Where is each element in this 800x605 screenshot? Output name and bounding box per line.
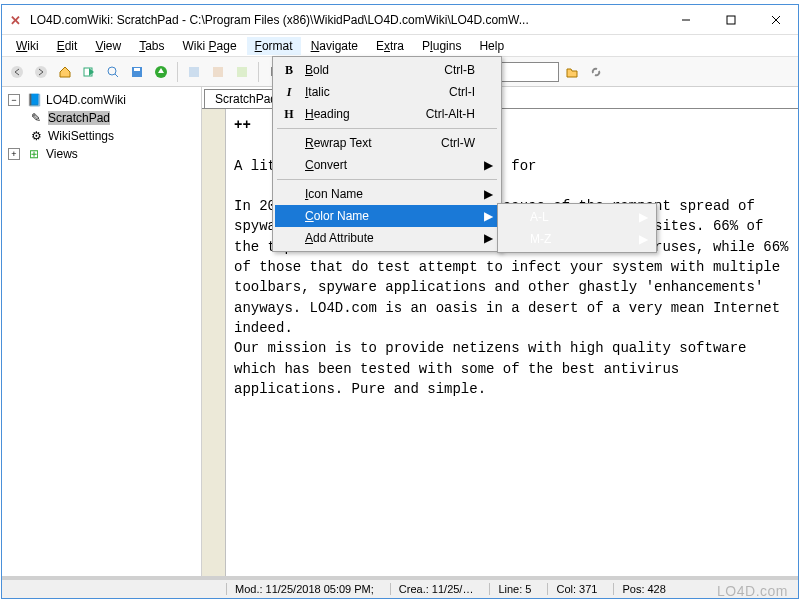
separator (258, 62, 259, 82)
up-button[interactable] (150, 61, 172, 83)
svg-point-4 (11, 66, 23, 78)
format-bold[interactable]: B Bold Ctrl-B (275, 59, 499, 81)
menu-help[interactable]: Help (471, 37, 512, 55)
format-add-attribute[interactable]: Add Attribute ▶ (275, 227, 499, 249)
save-button[interactable] (126, 61, 148, 83)
menu-extra[interactable]: Extra (368, 37, 412, 55)
menu-navigate[interactable]: Navigate (303, 37, 366, 55)
tool-c[interactable] (231, 61, 253, 83)
tree-root[interactable]: − 📘 LO4D.comWiki (6, 91, 197, 109)
folder-button[interactable] (561, 61, 583, 83)
heading-icon: H (279, 107, 299, 122)
gutter (202, 109, 226, 576)
app-window: ✕ LO4D.comWiki: ScratchPad - C:\Program … (1, 4, 799, 599)
pencil-icon: ✎ (28, 110, 44, 126)
maximize-button[interactable] (708, 5, 753, 34)
svg-point-7 (108, 67, 116, 75)
format-italic[interactable]: I Italic Ctrl-I (275, 81, 499, 103)
menubar: Wiki Edit View Tabs Wiki Page Format Nav… (2, 35, 798, 57)
format-heading[interactable]: H Heading Ctrl-Alt-H (275, 103, 499, 125)
format-convert[interactable]: Convert ▶ (275, 154, 499, 176)
back-button[interactable] (6, 61, 28, 83)
color-al[interactable]: A-L ▶ (500, 206, 654, 228)
chevron-right-icon: ▶ (639, 232, 648, 246)
tree-view[interactable]: − 📘 LO4D.comWiki ✎ ScratchPad ⚙ WikiSett… (2, 87, 202, 576)
chevron-right-icon: ▶ (484, 187, 493, 201)
titlebar: ✕ LO4D.comWiki: ScratchPad - C:\Program … (2, 5, 798, 35)
svg-line-8 (115, 74, 118, 77)
window-controls (663, 5, 798, 34)
color-mz[interactable]: M-Z ▶ (500, 228, 654, 250)
svg-rect-14 (237, 67, 247, 77)
svg-rect-13 (213, 67, 223, 77)
status-mod: Mod.: 11/25/2018 05:09 PM; (226, 583, 374, 595)
menu-wiki[interactable]: Wiki (8, 37, 47, 55)
chevron-right-icon: ▶ (484, 231, 493, 245)
color-name-submenu: A-L ▶ M-Z ▶ (497, 203, 657, 253)
watermark: LO4D.com (717, 583, 788, 599)
search-button[interactable] (102, 61, 124, 83)
link-button[interactable] (585, 61, 607, 83)
status-crea: Crea.: 11/25/… (390, 583, 474, 595)
collapse-icon[interactable]: − (8, 94, 20, 106)
chevron-right-icon: ▶ (484, 158, 493, 172)
home-button[interactable] (54, 61, 76, 83)
wiki-icon: 📘 (26, 92, 42, 108)
svg-point-5 (35, 66, 47, 78)
menu-view[interactable]: View (87, 37, 129, 55)
forward-button[interactable] (30, 61, 52, 83)
bold-icon: B (279, 63, 299, 78)
tree-views[interactable]: + ⊞ Views (6, 145, 197, 163)
format-icon-name[interactable]: Icon Name ▶ (275, 183, 499, 205)
statusbar: Mod.: 11/25/2018 05:09 PM; Crea.: 11/25/… (2, 576, 798, 598)
gear-icon: ⚙ (28, 128, 44, 144)
window-title: LO4D.comWiki: ScratchPad - C:\Program Fi… (30, 13, 663, 27)
format-dropdown: B Bold Ctrl-B I Italic Ctrl-I H Heading … (272, 56, 502, 252)
menu-format[interactable]: Format (247, 37, 301, 55)
status-col: Col: 371 (547, 583, 597, 595)
menu-tabs[interactable]: Tabs (131, 37, 172, 55)
italic-icon: I (279, 85, 299, 100)
separator (177, 62, 178, 82)
tool-b[interactable] (207, 61, 229, 83)
tool-a[interactable] (183, 61, 205, 83)
goto-button[interactable] (78, 61, 100, 83)
menu-wikipage[interactable]: Wiki Page (175, 37, 245, 55)
menu-plugins[interactable]: Plugins (414, 37, 469, 55)
close-button[interactable] (753, 5, 798, 34)
status-pos: Pos: 428 (613, 583, 665, 595)
chevron-right-icon: ▶ (484, 209, 493, 223)
format-color-name[interactable]: Color Name ▶ A-L ▶ M-Z ▶ (275, 205, 499, 227)
expand-icon[interactable]: + (8, 148, 20, 160)
separator (277, 128, 497, 129)
tree-wikisettings[interactable]: ⚙ WikiSettings (6, 127, 197, 145)
svg-rect-1 (727, 16, 735, 24)
chevron-right-icon: ▶ (639, 210, 648, 224)
separator (277, 179, 497, 180)
minimize-button[interactable] (663, 5, 708, 34)
svg-rect-10 (134, 68, 140, 71)
views-icon: ⊞ (26, 146, 42, 162)
app-icon: ✕ (10, 13, 24, 27)
format-rewrap[interactable]: Rewrap Text Ctrl-W (275, 132, 499, 154)
menu-edit[interactable]: Edit (49, 37, 86, 55)
tree-scratchpad[interactable]: ✎ ScratchPad (6, 109, 197, 127)
status-line: Line: 5 (489, 583, 531, 595)
svg-rect-12 (189, 67, 199, 77)
